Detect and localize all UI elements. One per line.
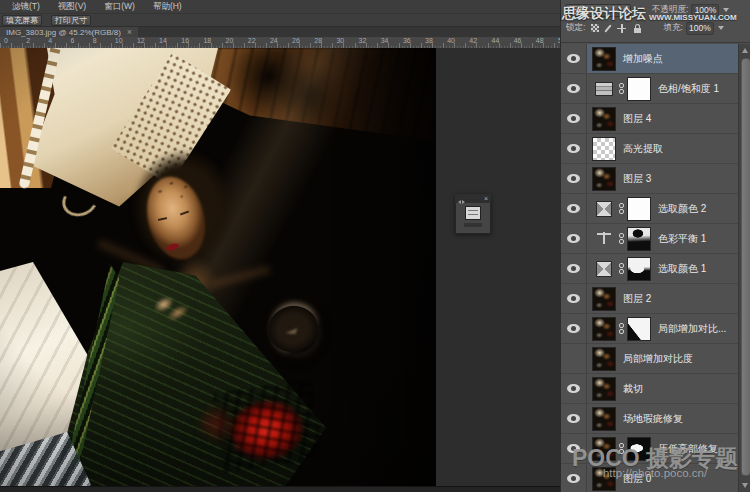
menu-item-2[interactable]: 视图(V): [52, 0, 92, 13]
lock-pixels-brush-icon[interactable]: [605, 24, 612, 32]
eye-icon[interactable]: [567, 54, 580, 63]
visibility-toggle[interactable]: [561, 74, 587, 103]
layer-mask-thumbnail[interactable]: [627, 317, 651, 341]
layer-row-8[interactable]: 选取颜色 1: [561, 254, 738, 284]
visibility-toggle[interactable]: [561, 44, 587, 73]
layer-name[interactable]: 压低亮部修复: [658, 442, 718, 456]
eye-icon[interactable]: [567, 114, 580, 123]
layer-thumbnail[interactable]: [592, 407, 616, 431]
layer-row-12[interactable]: 裁切: [561, 374, 738, 404]
layer-thumbnail[interactable]: [592, 317, 616, 341]
layer-row-13[interactable]: 场地瑕疵修复: [561, 404, 738, 434]
document-tab[interactable]: IMG_3803.jpg @ 45.2%(RGB/8) ×: [0, 27, 138, 37]
layer-row-5[interactable]: 图层 3: [561, 164, 738, 194]
document-canvas-photo[interactable]: [0, 48, 436, 486]
menu-item-3[interactable]: 窗口(W): [98, 0, 141, 13]
layer-name[interactable]: 高光提取: [623, 142, 663, 156]
options-button-2[interactable]: 打印尺寸: [51, 15, 91, 26]
opacity-value-field[interactable]: 100%: [691, 4, 719, 17]
eye-icon[interactable]: [567, 474, 580, 483]
scroll-up-icon[interactable]: [742, 48, 748, 53]
layer-row-11[interactable]: 局部增加对比度: [561, 344, 738, 374]
floating-mini-panel[interactable]: ×: [455, 194, 491, 234]
layer-name[interactable]: 选取颜色 2: [658, 202, 706, 216]
eye-icon[interactable]: [567, 444, 580, 453]
visibility-toggle[interactable]: [561, 164, 587, 193]
layer-name[interactable]: 场地瑕疵修复: [623, 412, 683, 426]
layer-name[interactable]: 图层 3: [623, 172, 651, 186]
scrollbar-thumb[interactable]: [741, 58, 750, 476]
lock-all-padlock-icon[interactable]: [634, 28, 641, 33]
options-button-1[interactable]: 填充屏幕: [2, 15, 42, 26]
eye-icon[interactable]: [567, 384, 580, 393]
adjustment-icon[interactable]: [592, 227, 616, 251]
eye-icon[interactable]: [567, 234, 580, 243]
panel-thumbnail-icon[interactable]: [465, 206, 481, 220]
canvas-area[interactable]: ×: [0, 48, 560, 492]
layer-thumbnail[interactable]: [592, 107, 616, 131]
visibility-toggle[interactable]: [561, 284, 587, 313]
blend-mode-select[interactable]: 正常: [565, 4, 631, 17]
layer-thumbnail[interactable]: [592, 467, 616, 491]
layer-row-1[interactable]: 增加噪点: [561, 44, 738, 74]
layer-name[interactable]: 局部增加对比度: [623, 352, 693, 366]
lock-position-move-icon[interactable]: [617, 24, 626, 33]
eye-icon[interactable]: [567, 84, 580, 93]
eye-icon[interactable]: [567, 414, 580, 423]
layer-thumbnail[interactable]: [592, 377, 616, 401]
dropdown-arrow-icon[interactable]: [718, 26, 724, 30]
visibility-toggle[interactable]: [561, 374, 587, 403]
eye-icon[interactable]: [567, 204, 580, 213]
visibility-toggle[interactable]: [561, 404, 587, 433]
layer-row-7[interactable]: 色彩平衡 1: [561, 224, 738, 254]
dropdown-arrow-icon[interactable]: [723, 8, 729, 12]
layer-thumbnail[interactable]: [592, 47, 616, 71]
layer-row-14[interactable]: 压低亮部修复: [561, 434, 738, 464]
visibility-toggle[interactable]: [561, 464, 587, 492]
visibility-toggle[interactable]: [561, 224, 587, 253]
layer-name[interactable]: 色相/饱和度 1: [658, 82, 719, 96]
layer-name[interactable]: 色彩平衡 1: [658, 232, 706, 246]
visibility-toggle[interactable]: [561, 314, 587, 343]
visibility-toggle[interactable]: [561, 104, 587, 133]
menu-item-1[interactable]: 滤镜(T): [6, 0, 46, 13]
visibility-toggle[interactable]: [561, 254, 587, 283]
layer-row-2[interactable]: 色相/饱和度 1: [561, 74, 738, 104]
lock-transparency-icon[interactable]: [591, 24, 599, 32]
layer-name[interactable]: 选取颜色 1: [658, 262, 706, 276]
layer-name[interactable]: 增加噪点: [623, 52, 663, 66]
layer-name[interactable]: 图层 4: [623, 112, 651, 126]
layer-mask-thumbnail[interactable]: [627, 257, 651, 281]
layer-row-15[interactable]: 图层 0: [561, 464, 738, 492]
layer-row-3[interactable]: 图层 4: [561, 104, 738, 134]
layer-thumbnail[interactable]: [592, 167, 616, 191]
layer-row-9[interactable]: 图层 2: [561, 284, 738, 314]
layer-thumbnail[interactable]: [592, 437, 616, 461]
eye-icon[interactable]: [567, 174, 580, 183]
layer-name[interactable]: 图层 2: [623, 292, 651, 306]
adjustment-icon[interactable]: [592, 77, 616, 101]
layer-name[interactable]: 图层 0: [623, 472, 651, 486]
layer-mask-thumbnail[interactable]: [627, 227, 651, 251]
layer-thumbnail[interactable]: [592, 137, 616, 161]
eye-icon[interactable]: [567, 324, 580, 333]
adjustment-icon[interactable]: [592, 197, 616, 221]
layer-name[interactable]: 局部增加对比...: [658, 322, 726, 336]
layers-scrollbar[interactable]: [738, 44, 750, 492]
layer-row-10[interactable]: 局部增加对比...: [561, 314, 738, 344]
visibility-toggle[interactable]: [561, 434, 587, 463]
layer-mask-thumbnail[interactable]: [627, 197, 651, 221]
fill-value-field[interactable]: 100%: [686, 22, 714, 35]
layer-name[interactable]: 裁切: [623, 382, 643, 396]
visibility-toggle[interactable]: [561, 134, 587, 163]
eye-icon[interactable]: [567, 294, 580, 303]
layer-thumbnail[interactable]: [592, 347, 616, 371]
visibility-toggle[interactable]: [561, 344, 587, 373]
layer-mask-thumbnail[interactable]: [627, 77, 651, 101]
close-tab-icon[interactable]: ×: [127, 28, 132, 36]
eye-icon[interactable]: [567, 264, 580, 273]
menu-item-4[interactable]: 帮助(H): [147, 0, 188, 13]
layer-thumbnail[interactable]: [592, 287, 616, 311]
close-icon[interactable]: ×: [484, 195, 488, 202]
scroll-down-icon[interactable]: [742, 483, 748, 488]
